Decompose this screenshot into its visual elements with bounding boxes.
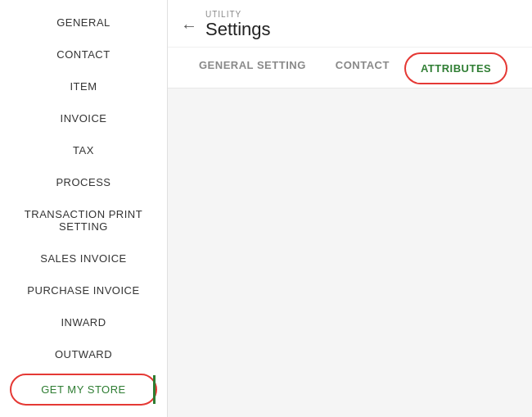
page-title: Settings [205, 19, 271, 40]
main-content: ← UTILITY Settings GENERAL SETTINGCONTAC… [168, 0, 532, 417]
sidebar-item-invoice[interactable]: INVOICE [0, 102, 167, 134]
sidebar: GENERALCONTACTITEMINVOICETAXPROCESSTRANS… [0, 0, 168, 417]
content-area [168, 88, 532, 417]
sidebar-item-general[interactable]: GENERAL [0, 7, 167, 39]
sidebar-item-outward[interactable]: OUTWARD [0, 338, 167, 370]
sidebar-item-sales-invoice[interactable]: SALES INVOICE [0, 242, 167, 274]
sidebar-item-get-my-store[interactable]: GET MY STORE [10, 374, 157, 406]
sidebar-item-inward[interactable]: INWARD [0, 306, 167, 338]
sidebar-item-item[interactable]: ITEM [0, 70, 167, 102]
page-header: ← UTILITY Settings [168, 0, 532, 48]
tab-bar: GENERAL SETTINGCONTACTATTRIBUTES [168, 48, 532, 88]
back-button[interactable]: ← [181, 17, 197, 34]
tab-general-setting[interactable]: GENERAL SETTING [184, 48, 321, 88]
tab-attributes[interactable]: ATTRIBUTES [404, 52, 507, 84]
sidebar-item-purchase-invoice[interactable]: PURCHASE INVOICE [0, 274, 167, 306]
sidebar-item-contact[interactable]: CONTACT [0, 39, 167, 70]
utility-label: UTILITY [205, 10, 271, 19]
sidebar-item-transaction-print-setting[interactable]: TRANSACTION PRINT SETTING [0, 198, 167, 242]
tab-contact[interactable]: CONTACT [321, 48, 404, 88]
sidebar-item-process[interactable]: PROCESS [0, 166, 167, 198]
sidebar-item-tax[interactable]: TAX [0, 134, 167, 166]
header-text: UTILITY Settings [205, 10, 271, 40]
